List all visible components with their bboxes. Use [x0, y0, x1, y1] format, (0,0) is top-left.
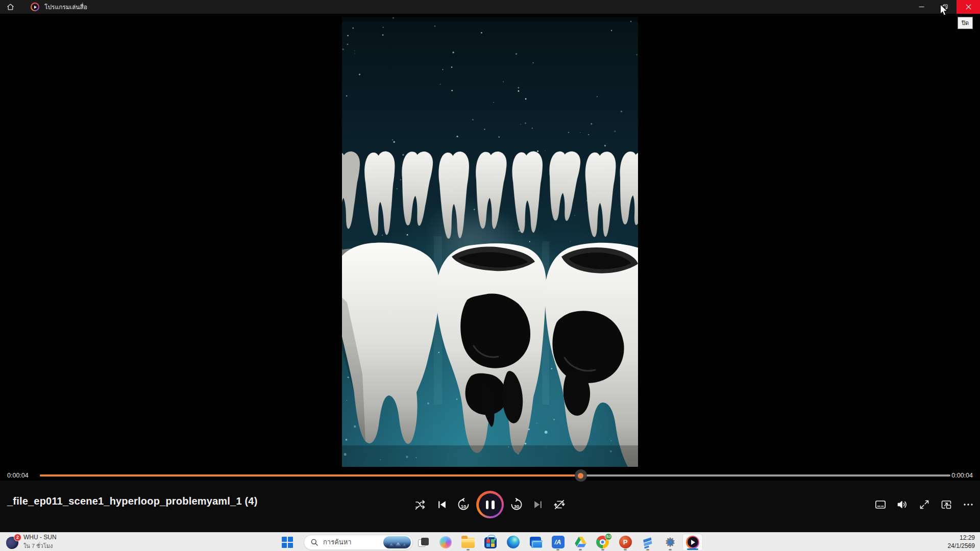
powerpoint-icon: P [619, 536, 632, 548]
elapsed-time-label: 0:00:04 [7, 472, 29, 479]
tiles-app-icon [641, 536, 654, 549]
running-indicator [669, 549, 672, 550]
shuffle-off-icon [414, 498, 427, 511]
search-placeholder: การค้นหา [323, 537, 379, 547]
copilot-icon [439, 536, 452, 548]
search-box[interactable]: การค้นหา [304, 535, 413, 550]
running-indicator [579, 549, 582, 550]
running-indicator [467, 549, 470, 550]
tiles-app-button[interactable] [638, 534, 658, 551]
rewind-10-button[interactable]: 10 [455, 491, 472, 518]
taskbar-center: การค้นหา [277, 533, 703, 551]
mini-player-icon [940, 498, 952, 511]
gear-icon: ⚙ [664, 536, 677, 549]
app-a-button[interactable]: /A [548, 534, 568, 551]
clock-date: 24/1/2569 [948, 542, 975, 550]
seek-fill [40, 474, 581, 477]
chrome-profile-badge: SJ [605, 533, 612, 540]
weather-moon-icon: 2 [6, 536, 19, 549]
windows-logo-icon [282, 537, 293, 548]
more-options-icon [962, 498, 974, 511]
title-bar: โปรแกรมเล่นสื่อ [0, 0, 980, 14]
forward-30-button[interactable]: 30 [508, 491, 525, 518]
minimize-button[interactable] [910, 0, 933, 14]
forward-seconds-label: 30 [514, 504, 520, 509]
running-indicator [646, 549, 649, 550]
close-icon [966, 4, 971, 10]
pause-icon [479, 493, 502, 516]
clock-time: 12:29 [948, 534, 975, 542]
folder-icon [461, 538, 475, 548]
copilot-button[interactable] [435, 534, 456, 551]
seek-thumb[interactable] [575, 469, 587, 482]
repeat-button[interactable] [551, 491, 568, 518]
media-player-taskbar-button[interactable] [682, 534, 703, 551]
more-options-button[interactable] [960, 491, 977, 518]
cursor-pointer-icon [938, 4, 949, 16]
search-daily-image [383, 536, 411, 548]
file-explorer-button[interactable] [458, 534, 478, 551]
store-bag-icon [484, 537, 497, 548]
pause-button[interactable] [476, 491, 504, 518]
fullscreen-icon [918, 498, 930, 511]
powerpoint-button[interactable]: P [615, 534, 635, 551]
window-title: โปรแกรมเล่นสื่อ [44, 2, 87, 12]
home-icon [6, 3, 15, 11]
media-player-logo-icon [31, 3, 39, 11]
taskbar: 2 WHU - SUN ใน 7 ชั่วโมง การค้นหา [0, 532, 980, 551]
home-button[interactable] [0, 0, 20, 14]
search-icon [310, 538, 318, 546]
task-view-button[interactable] [413, 534, 433, 551]
running-indicator [556, 549, 559, 550]
minimize-icon [919, 4, 924, 10]
secondary-controls [872, 491, 977, 518]
captions-icon [874, 498, 887, 511]
outlook-button[interactable] [525, 534, 546, 551]
filename-label: _file_ep011_scene1_hyperloop_problemyaml… [7, 495, 258, 507]
video-frame[interactable] [342, 17, 638, 467]
google-drive-icon [574, 536, 587, 548]
next-track-icon [532, 499, 544, 510]
weather-widget[interactable]: 2 WHU - SUN ใน 7 ชั่วโมง [2, 533, 61, 551]
shuffle-button[interactable] [412, 491, 429, 518]
task-view-icon [416, 536, 430, 549]
chrome-button[interactable]: SJ [593, 534, 613, 551]
player-stage [0, 14, 980, 532]
google-drive-button[interactable] [570, 534, 591, 551]
outlook-icon [526, 534, 545, 551]
active-app-indicator [687, 548, 698, 550]
previous-track-icon [436, 499, 448, 510]
close-tooltip: ปิด [958, 17, 973, 29]
app-a-icon: /A [552, 536, 565, 548]
taskbar-clock[interactable]: 12:29 24/1/2569 [948, 533, 975, 551]
previous-button[interactable] [433, 491, 451, 518]
seek-bar[interactable] [40, 474, 950, 477]
running-indicator [601, 549, 604, 550]
weather-badge: 2 [14, 534, 21, 541]
weather-subtitle: ใน 7 ชั่วโมง [23, 541, 57, 550]
repeat-off-icon [553, 498, 566, 511]
next-button[interactable] [529, 491, 547, 518]
running-indicator [624, 549, 627, 550]
volume-button[interactable] [894, 491, 911, 518]
rewind-seconds-label: 10 [461, 504, 467, 509]
weather-title: WHU - SUN [23, 534, 57, 541]
microsoft-store-button[interactable] [480, 534, 501, 551]
mini-player-button[interactable] [938, 491, 955, 518]
duration-label: 0:00:04 [951, 472, 973, 479]
media-player-icon [686, 536, 699, 549]
close-button[interactable] [957, 0, 980, 14]
fullscreen-button[interactable] [916, 491, 933, 518]
captions-button[interactable] [872, 491, 889, 518]
transport-controls: 10 30 [412, 491, 568, 518]
volume-icon [896, 498, 909, 511]
edge-button[interactable] [503, 534, 523, 551]
edge-icon [507, 536, 520, 548]
start-button[interactable] [277, 534, 298, 551]
settings-button[interactable]: ⚙ [660, 534, 680, 551]
